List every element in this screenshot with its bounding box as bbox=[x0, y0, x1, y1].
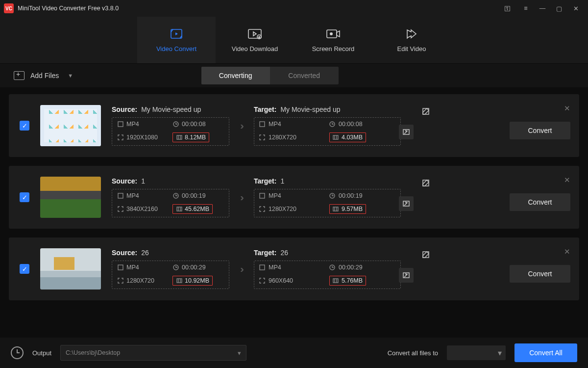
source-duration: 00:00:29 bbox=[182, 264, 206, 271]
target-format: MP4 bbox=[269, 121, 281, 128]
target-label: Target: bbox=[254, 249, 276, 257]
window-title: MiniTool Video Converter Free v3.8.0 bbox=[18, 5, 119, 12]
minimize-icon[interactable]: — bbox=[534, 0, 551, 17]
target-duration: 00:00:08 bbox=[339, 121, 363, 128]
source-info: MP4 00:00:29 1280X720 10.92MB bbox=[112, 261, 229, 289]
convert-all-format-select[interactable]: ▾ bbox=[447, 345, 506, 360]
status-segment: Converting Converted bbox=[201, 67, 339, 84]
activate-key-icon[interactable]: ⚿ bbox=[499, 0, 515, 17]
tab-video-download[interactable]: Video Download bbox=[216, 17, 294, 63]
resolution-icon bbox=[117, 134, 123, 141]
convert-button[interactable]: Convert bbox=[510, 122, 570, 139]
schedule-icon[interactable] bbox=[11, 346, 24, 359]
segment-converting[interactable]: Converting bbox=[201, 67, 270, 84]
row-checkbox[interactable]: ✓ bbox=[20, 264, 29, 274]
tab-video-convert[interactable]: Video Convert bbox=[137, 17, 216, 63]
source-format: MP4 bbox=[126, 264, 139, 271]
hamburger-menu-icon[interactable]: ≡ bbox=[517, 0, 534, 17]
video-thumbnail[interactable] bbox=[40, 105, 101, 146]
rename-target-button[interactable] bbox=[418, 247, 433, 262]
convert-all-button[interactable]: Convert All bbox=[514, 343, 577, 362]
resolution-icon bbox=[259, 278, 266, 284]
format-icon bbox=[117, 193, 123, 199]
add-files-button[interactable]: Add Files ▼ bbox=[14, 71, 73, 80]
svg-rect-29 bbox=[333, 279, 338, 283]
toolbar: Add Files ▼ Converting Converted bbox=[0, 64, 588, 87]
segment-label: Converted bbox=[288, 72, 320, 79]
format-icon bbox=[259, 264, 266, 271]
format-icon bbox=[117, 121, 123, 128]
clock-icon bbox=[172, 121, 179, 128]
svg-rect-18 bbox=[177, 207, 182, 211]
chevron-down-icon[interactable]: ▼ bbox=[68, 73, 73, 79]
rename-target-button[interactable] bbox=[418, 176, 433, 190]
row-checkbox[interactable]: ✓ bbox=[20, 121, 29, 131]
row-checkbox[interactable]: ✓ bbox=[20, 192, 29, 202]
output-path-select[interactable]: C:\Users\bj\Desktop ▾ bbox=[60, 345, 246, 361]
format-icon bbox=[117, 264, 123, 271]
source-duration: 00:00:08 bbox=[182, 121, 206, 128]
tab-label: Video Convert bbox=[156, 45, 196, 53]
arrow-icon: ››› bbox=[240, 192, 243, 203]
record-icon bbox=[326, 27, 341, 40]
edit-icon bbox=[405, 27, 418, 40]
target-format: MP4 bbox=[269, 192, 281, 199]
video-thumbnail[interactable] bbox=[40, 177, 101, 218]
target-settings-button[interactable] bbox=[399, 268, 414, 283]
source-label: Source: bbox=[112, 249, 137, 257]
target-duration: 00:00:29 bbox=[339, 264, 363, 271]
title-bar: VC MiniTool Video Converter Free v3.8.0 … bbox=[0, 0, 588, 17]
source-size: 10.92MB bbox=[185, 277, 209, 284]
segment-converted[interactable]: Converted bbox=[270, 67, 339, 84]
svg-rect-11 bbox=[260, 122, 265, 127]
target-size: 5.76MB bbox=[342, 277, 363, 284]
file-card: ✓ Source:My Movie-speed up MP4 00:00:08 … bbox=[9, 94, 579, 157]
svg-rect-21 bbox=[333, 207, 338, 211]
target-info: MP4 00:00:19 1280X720 9.57MB bbox=[254, 189, 401, 217]
output-path-value: C:\Users\bj\Desktop bbox=[66, 349, 120, 356]
video-thumbnail[interactable] bbox=[40, 248, 101, 289]
target-settings-button[interactable] bbox=[399, 196, 414, 211]
app-logo-icon: VC bbox=[4, 3, 14, 13]
remove-item-button[interactable]: ✕ bbox=[564, 104, 570, 113]
svg-marker-3 bbox=[253, 32, 256, 36]
close-window-icon[interactable]: ✕ bbox=[567, 0, 584, 17]
convert-all-label: Convert All bbox=[529, 349, 563, 357]
tab-label: Screen Record bbox=[312, 45, 355, 53]
add-files-label: Add Files bbox=[30, 72, 59, 79]
target-size-chip: 4.03MB bbox=[329, 132, 366, 142]
file-list: ✓ Source:My Movie-speed up MP4 00:00:08 … bbox=[0, 87, 588, 335]
target-resolution: 1280X720 bbox=[269, 206, 296, 212]
clock-icon bbox=[329, 264, 336, 271]
rename-target-button[interactable] bbox=[418, 104, 433, 119]
resolution-icon bbox=[117, 278, 123, 284]
target-size: 4.03MB bbox=[342, 134, 363, 141]
convert-button[interactable]: Convert bbox=[510, 265, 570, 283]
svg-rect-19 bbox=[260, 193, 265, 198]
target-info: MP4 00:00:08 1280X720 4.03MB bbox=[254, 117, 401, 146]
svg-rect-13 bbox=[333, 135, 338, 139]
format-icon bbox=[259, 193, 266, 199]
tab-screen-record[interactable]: Screen Record bbox=[294, 17, 372, 63]
convert-label: Convert bbox=[528, 270, 552, 278]
convert-button[interactable]: Convert bbox=[510, 193, 570, 211]
source-size: 45.62MB bbox=[185, 206, 209, 212]
maximize-icon[interactable]: ▢ bbox=[551, 0, 567, 17]
source-label: Source: bbox=[112, 177, 137, 185]
source-size: 8.12MB bbox=[185, 134, 206, 141]
filesize-icon bbox=[333, 278, 339, 284]
svg-rect-16 bbox=[118, 193, 123, 198]
target-label: Target: bbox=[254, 105, 276, 113]
remove-item-button[interactable]: ✕ bbox=[564, 247, 570, 256]
output-label: Output bbox=[32, 349, 51, 357]
remove-item-button[interactable]: ✕ bbox=[564, 176, 570, 184]
target-size: 9.57MB bbox=[342, 206, 363, 212]
convert-label: Convert bbox=[528, 198, 552, 206]
target-settings-button[interactable] bbox=[399, 125, 414, 139]
tab-edit-video[interactable]: Edit Video bbox=[372, 17, 451, 63]
source-filename: My Movie-speed up bbox=[141, 105, 201, 113]
resolution-icon bbox=[259, 134, 266, 141]
convert-all-to-label: Convert all files to bbox=[388, 349, 438, 357]
source-filename: 26 bbox=[141, 249, 149, 257]
segment-label: Converting bbox=[219, 72, 252, 79]
